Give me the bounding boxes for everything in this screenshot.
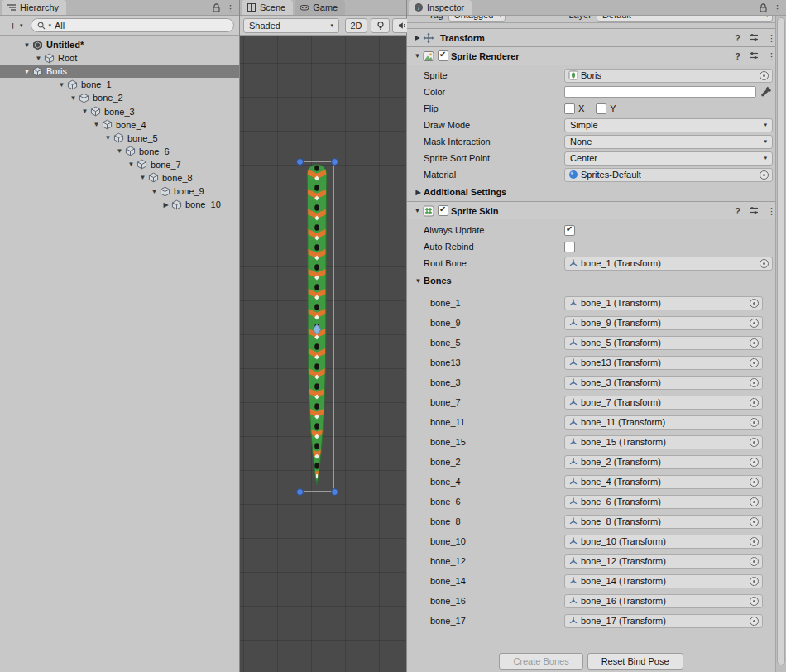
hierarchy-row-bone-5[interactable]: ▼bone_5 (22, 132, 239, 145)
selection-handle-bottom-right[interactable] (331, 488, 338, 496)
bone-object-field[interactable]: bone_2 (Transform) (564, 455, 763, 469)
bone-object-field[interactable]: bone_11 (Transform) (564, 415, 763, 430)
foldout-arrow[interactable]: ▶ (412, 34, 423, 41)
bones-foldout[interactable]: ▼ Bones (407, 271, 786, 290)
bone-object-field[interactable]: bone_4 (Transform) (564, 475, 763, 489)
sprite-skin-component-header[interactable]: ▼ Sprite Skin ? ⋮ (407, 201, 786, 219)
object-picker-icon[interactable] (750, 617, 759, 626)
root-bone-object-field[interactable]: bone_1 (Transform) (564, 257, 773, 271)
foldout-arrow[interactable]: ▼ (412, 52, 423, 60)
flip-y-checkbox[interactable] (596, 103, 606, 114)
hierarchy-row-bone-9[interactable]: ▼bone_9 (22, 185, 239, 198)
foldout-arrow[interactable]: ▼ (56, 81, 67, 89)
object-picker-icon[interactable] (750, 497, 759, 506)
always-update-checkbox[interactable] (564, 225, 575, 236)
sort-point-dropdown[interactable]: Center ▾ (564, 151, 773, 166)
hierarchy-row-bone-10[interactable]: ▶bone_10 (22, 198, 239, 211)
layer-dropdown[interactable]: Default (597, 16, 773, 22)
object-picker-icon[interactable] (760, 170, 769, 180)
help-icon[interactable]: ? (735, 33, 740, 43)
bone-object-field[interactable]: bone_12 (Transform) (564, 554, 763, 569)
help-icon[interactable]: ? (735, 51, 740, 61)
eyedropper-icon[interactable] (760, 86, 773, 98)
bone-object-field[interactable]: bone13 (Transform) (564, 356, 763, 370)
tab-game[interactable]: Game (295, 0, 345, 15)
inspector-scrollbar[interactable] (775, 16, 786, 672)
component-enabled-checkbox[interactable] (438, 205, 448, 216)
foldout-arrow[interactable]: ▼ (103, 134, 113, 142)
bone-object-field[interactable]: bone_8 (Transform) (564, 515, 763, 529)
foldout-arrow[interactable]: ▼ (126, 161, 137, 168)
selection-handle-bottom-left[interactable] (296, 488, 304, 496)
hierarchy-row-root[interactable]: ▼Root (22, 51, 239, 65)
hierarchy-row-bone-4[interactable]: ▼bone_4 (22, 118, 239, 132)
bone-object-field[interactable]: bone_9 (Transform) (564, 316, 763, 330)
presets-icon[interactable] (749, 32, 759, 44)
2d-toggle-button[interactable]: 2D (345, 18, 367, 33)
create-bones-button[interactable]: Create Bones (499, 653, 582, 670)
object-picker-icon[interactable] (750, 319, 759, 328)
foldout-arrow[interactable]: ▼ (22, 68, 32, 75)
bone-object-field[interactable]: bone_15 (Transform) (564, 435, 763, 449)
foldout-arrow[interactable]: ▼ (22, 41, 32, 49)
foldout-arrow[interactable]: ▼ (137, 174, 148, 181)
color-swatch[interactable] (564, 86, 756, 98)
foldout-arrow[interactable]: ▼ (68, 94, 79, 102)
material-object-field[interactable]: Sprites-Default (564, 168, 773, 182)
flip-x-checkbox[interactable] (564, 103, 575, 114)
bone-object-field[interactable]: bone_17 (Transform) (564, 614, 763, 628)
presets-icon[interactable] (749, 50, 759, 62)
object-picker-icon[interactable] (750, 338, 759, 348)
object-picker-icon[interactable] (760, 71, 769, 80)
object-picker-icon[interactable] (750, 597, 759, 606)
foldout-arrow[interactable]: ▼ (91, 121, 102, 128)
shading-mode-dropdown[interactable]: Shaded ▾ (243, 18, 339, 33)
create-object-button[interactable]: ＋▾ (5, 20, 26, 31)
additional-settings-foldout[interactable]: ▶ Additional Settings (407, 183, 786, 201)
scene-canvas[interactable] (240, 36, 406, 672)
tab-inspector[interactable]: i Inspector (409, 0, 472, 15)
hierarchy-row-bone-7[interactable]: ▼bone_7 (22, 158, 239, 171)
bone-object-field[interactable]: bone_7 (Transform) (564, 396, 763, 410)
object-picker-icon[interactable] (750, 557, 759, 566)
foldout-arrow[interactable]: ▼ (149, 188, 160, 195)
hierarchy-row-untitled-[interactable]: ▼Untitled* (22, 38, 239, 51)
bone-object-field[interactable]: bone_6 (Transform) (564, 495, 763, 509)
object-picker-icon[interactable] (750, 378, 759, 387)
scene-lighting-button[interactable] (371, 18, 390, 33)
hierarchy-row-bone-6[interactable]: ▼bone_6 (22, 145, 239, 158)
sprite-object-field[interactable]: Boris (564, 69, 773, 83)
hierarchy-row-boris[interactable]: ▼Boris (0, 65, 239, 78)
presets-icon[interactable] (749, 205, 759, 217)
foldout-arrow[interactable]: ▼ (412, 207, 423, 214)
tab-hierarchy[interactable]: Hierarchy (2, 0, 66, 15)
object-picker-icon[interactable] (750, 398, 759, 407)
auto-rebind-checkbox[interactable] (564, 242, 575, 252)
bone-object-field[interactable]: bone_5 (Transform) (564, 336, 763, 350)
hierarchy-search-input[interactable]: ▾ All (31, 18, 234, 32)
selection-handle-top-left[interactable] (296, 158, 304, 166)
help-icon[interactable]: ? (735, 206, 740, 216)
search-filter-dropdown-icon[interactable]: ▾ (49, 22, 52, 29)
hierarchy-row-bone-1[interactable]: ▼bone_1 (22, 78, 239, 91)
panel-menu-icon[interactable]: ⋮ (226, 4, 235, 12)
object-picker-icon[interactable] (750, 478, 759, 487)
bone-object-field[interactable]: bone_10 (Transform) (564, 535, 763, 549)
inspector-menu-icon[interactable]: ⋮ (773, 4, 782, 12)
object-picker-icon[interactable] (750, 517, 759, 526)
foldout-arrow[interactable]: ▼ (114, 147, 125, 155)
foldout-arrow[interactable]: ▶ (161, 201, 171, 209)
tag-dropdown[interactable]: Untagged (448, 16, 506, 22)
hierarchy-row-bone-2[interactable]: ▼bone_2 (22, 91, 239, 104)
selection-handle-top-right[interactable] (331, 158, 338, 166)
hierarchy-row-bone-3[interactable]: ▼bone_3 (22, 104, 239, 118)
transform-component-header[interactable]: ▶ Transform ? ⋮ (407, 28, 786, 46)
object-picker-icon[interactable] (750, 299, 759, 308)
reset-bind-pose-button[interactable]: Reset Bind Pose (587, 653, 683, 670)
object-picker-icon[interactable] (750, 358, 759, 367)
object-picker-icon[interactable] (760, 259, 769, 268)
foldout-arrow[interactable]: ▼ (33, 55, 44, 62)
bone-object-field[interactable]: bone_3 (Transform) (564, 376, 763, 390)
bone-object-field[interactable]: bone_16 (Transform) (564, 594, 763, 608)
bone-object-field[interactable]: bone_14 (Transform) (564, 574, 763, 588)
